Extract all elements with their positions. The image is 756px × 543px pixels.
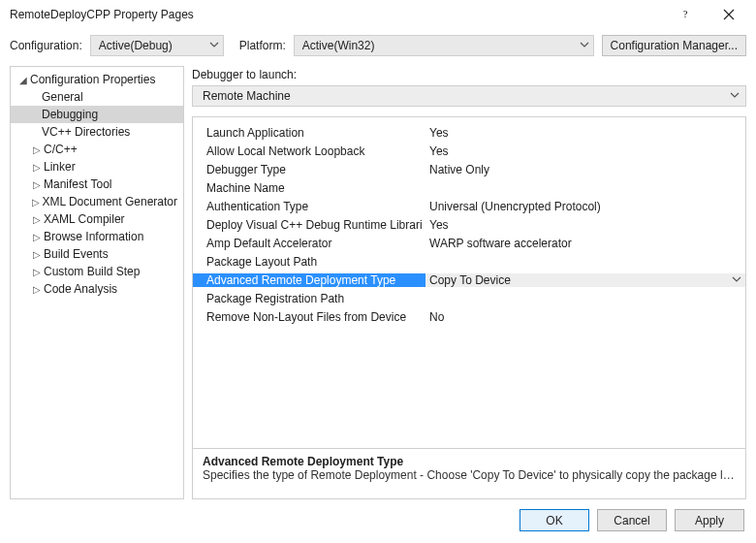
close-icon [723, 9, 735, 20]
property-value[interactable]: No [425, 310, 745, 324]
property-name: Allow Local Network Loopback [193, 144, 425, 158]
property-value[interactable]: Yes [425, 126, 745, 140]
tree-item[interactable]: ▷Manifest Tool [11, 176, 183, 193]
expander-icon[interactable]: ▷ [32, 179, 42, 190]
property-value[interactable]: WARP software accelerator [425, 237, 745, 250]
tree-item-label: VC++ Directories [42, 125, 130, 139]
tree-item-label: Linker [44, 160, 76, 174]
tree-root[interactable]: ◢ Configuration Properties [11, 71, 183, 88]
description-body: Specifies the type of Remote Deployment … [203, 468, 736, 482]
property-value[interactable]: Yes [425, 144, 745, 158]
tree-item[interactable]: ▷Linker [11, 158, 183, 176]
tree-item[interactable]: ▷Code Analysis [11, 280, 183, 298]
property-name: Machine Name [193, 181, 425, 195]
property-row[interactable]: Authentication TypeUniversal (Unencrypte… [193, 197, 745, 215]
property-panel: Launch ApplicationYesAllow Local Network… [192, 116, 746, 499]
tree-item-label: Code Analysis [44, 282, 117, 296]
tree-item[interactable]: Debugging [11, 106, 183, 123]
tree-item[interactable]: VC++ Directories [11, 123, 183, 141]
property-grid[interactable]: Launch ApplicationYesAllow Local Network… [193, 117, 745, 448]
property-row[interactable]: Allow Local Network LoopbackYes [193, 142, 745, 160]
right-pane: Debugger to launch: Remote Machine Launc… [192, 66, 746, 499]
close-button[interactable] [708, 0, 750, 29]
chevron-down-icon [730, 89, 740, 103]
dialog-buttons: OK Cancel Apply [0, 499, 756, 543]
configuration-manager-button[interactable]: Configuration Manager... [602, 35, 746, 56]
expander-icon[interactable]: ▷ [32, 249, 42, 260]
property-row[interactable]: Advanced Remote Deployment TypeCopy To D… [193, 271, 745, 289]
expander-icon[interactable]: ▷ [32, 144, 42, 155]
titlebar: RemoteDeployCPP Property Pages ? [0, 0, 756, 29]
tree-item-label: Manifest Tool [44, 177, 111, 191]
cancel-button[interactable]: Cancel [597, 509, 667, 531]
tree-item[interactable]: ▷Custom Build Step [11, 263, 183, 280]
configuration-dropdown[interactable]: Active(Debug) [90, 35, 224, 56]
chevron-down-icon [580, 39, 589, 52]
expander-icon[interactable]: ▷ [32, 267, 42, 277]
expander-icon[interactable]: ◢ [18, 75, 28, 85]
platform-dropdown[interactable]: Active(Win32) [294, 35, 594, 56]
property-name: Deploy Visual C++ Debug Runtime Librari [193, 218, 425, 232]
apply-button[interactable]: Apply [675, 509, 744, 531]
property-row[interactable]: Launch ApplicationYes [193, 123, 745, 142]
configuration-label: Configuration: [10, 39, 82, 52]
tree-item-label: XML Document Generator [42, 195, 177, 208]
property-row[interactable]: Deploy Visual C++ Debug Runtime LibrariY… [193, 215, 745, 234]
property-row[interactable]: Amp Default AcceleratorWARP software acc… [193, 234, 745, 252]
tree-item[interactable]: ▷C/C++ [11, 141, 183, 158]
property-value[interactable]: Copy To Device [425, 273, 745, 287]
platform-value: Active(Win32) [302, 39, 375, 52]
debugger-launch-label: Debugger to launch: [192, 66, 746, 85]
tree-item[interactable]: ▷XML Document Generator [11, 193, 183, 210]
tree-item-label: Browse Information [44, 230, 143, 243]
tree-item-label: Build Events [44, 247, 109, 261]
help-icon: ? [680, 9, 692, 20]
ok-button[interactable]: OK [520, 509, 589, 531]
tree-item-label: C/C++ [44, 143, 78, 156]
property-row[interactable]: Package Layout Path [193, 252, 745, 271]
expander-icon[interactable]: ▷ [32, 284, 42, 295]
tree-item-label: XAML Compiler [44, 212, 125, 226]
property-name: Authentication Type [193, 200, 425, 213]
property-name: Debugger Type [193, 163, 425, 176]
chevron-down-icon [209, 39, 219, 52]
property-name: Launch Application [193, 126, 425, 140]
expander-icon[interactable]: ▷ [32, 162, 42, 173]
property-row[interactable]: Package Registration Path [193, 289, 745, 307]
tree-item-label: Custom Build Step [44, 265, 140, 278]
property-value[interactable]: Yes [425, 218, 745, 232]
tree-item-label: General [42, 90, 83, 104]
tree-item[interactable]: ▷Browse Information [11, 228, 183, 245]
description-title: Advanced Remote Deployment Type [203, 455, 736, 468]
description-box: Advanced Remote Deployment Type Specifie… [193, 448, 745, 498]
property-row[interactable]: Machine Name [193, 178, 745, 197]
expander-icon[interactable]: ▷ [32, 214, 42, 225]
tree-item[interactable]: ▷Build Events [11, 245, 183, 263]
main-area: ◢ Configuration Properties GeneralDebugg… [0, 66, 756, 499]
property-name: Amp Default Accelerator [193, 237, 425, 250]
property-row[interactable]: Remove Non-Layout Files from DeviceNo [193, 307, 745, 326]
debugger-launch-dropdown[interactable]: Remote Machine [192, 85, 746, 107]
property-name: Package Registration Path [193, 292, 425, 305]
tree-view[interactable]: ◢ Configuration Properties GeneralDebugg… [10, 66, 184, 499]
platform-label: Platform: [239, 39, 286, 52]
expander-icon[interactable]: ▷ [32, 197, 40, 208]
tree-item-label: Debugging [42, 108, 98, 121]
property-value[interactable]: Universal (Unencrypted Protocol) [425, 200, 745, 213]
help-button[interactable]: ? [665, 0, 708, 29]
property-row[interactable]: Debugger TypeNative Only [193, 160, 745, 178]
window-title: RemoteDeployCPP Property Pages [10, 8, 665, 21]
tree-item[interactable]: General [11, 88, 183, 106]
tree-item[interactable]: ▷XAML Compiler [11, 210, 183, 228]
debugger-launch-value: Remote Machine [203, 89, 291, 103]
svg-text:?: ? [683, 9, 687, 19]
property-name: Advanced Remote Deployment Type [193, 273, 425, 287]
property-name: Remove Non-Layout Files from Device [193, 310, 425, 324]
configuration-value: Active(Debug) [99, 39, 173, 52]
expander-icon[interactable]: ▷ [32, 232, 42, 242]
chevron-down-icon[interactable] [732, 273, 741, 287]
config-row: Configuration: Active(Debug) Platform: A… [0, 29, 756, 66]
property-name: Package Layout Path [193, 255, 425, 269]
property-value[interactable]: Native Only [425, 163, 745, 176]
property-pages-dialog: RemoteDeployCPP Property Pages ? Configu… [0, 0, 756, 543]
